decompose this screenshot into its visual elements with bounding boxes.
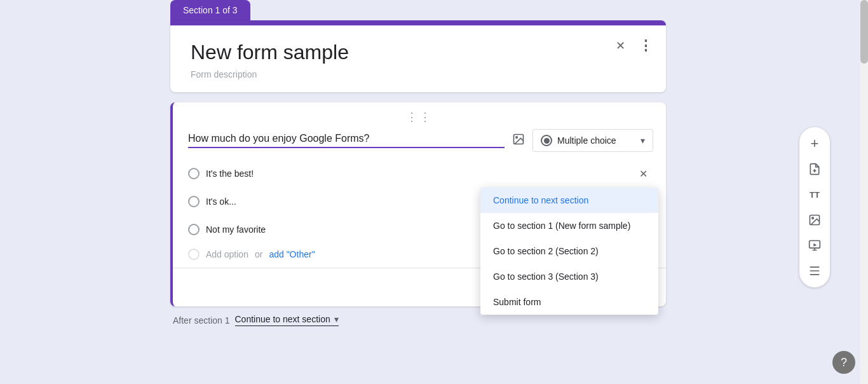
- add-option-label[interactable]: Add option: [206, 249, 248, 259]
- collapse-button[interactable]: ✕: [609, 34, 632, 57]
- option-close-1[interactable]: ✕: [633, 163, 653, 184]
- scrollbar-thumb[interactable]: [860, 0, 868, 64]
- more-options-button[interactable]: ⋮: [634, 34, 657, 57]
- scrollbar[interactable]: [860, 0, 868, 384]
- image-button[interactable]: [802, 207, 827, 233]
- after-section-dropdown-icon: ▾: [334, 314, 339, 324]
- form-header-card: ✕ ⋮ New form sample Form description: [170, 20, 666, 92]
- import-button[interactable]: [802, 156, 827, 182]
- dropdown-item-3[interactable]: Go to section 2 (Section 2): [480, 238, 658, 264]
- right-toolbar: + TT: [799, 127, 830, 287]
- svg-point-7: [812, 217, 814, 219]
- video-button[interactable]: [802, 233, 827, 258]
- add-image-button[interactable]: [512, 133, 525, 149]
- svg-marker-9: [813, 243, 817, 247]
- add-option-radio: [188, 249, 200, 260]
- drag-handle[interactable]: ⋮⋮: [173, 110, 666, 124]
- answer-type-dropdown-icon: ▾: [641, 135, 645, 146]
- dropdown-item-5[interactable]: Submit form: [480, 289, 658, 315]
- add-other-link[interactable]: add "Other": [269, 249, 315, 259]
- dropdown-item-2[interactable]: Go to section 1 (New form sample): [480, 213, 658, 238]
- dropdown-item-4[interactable]: Go to section 3 (Section 3): [480, 264, 658, 289]
- answer-type-label: Multiple choice: [557, 135, 635, 146]
- after-section-value: Continue to next section: [235, 314, 330, 324]
- after-section-dropdown[interactable]: Continue to next section ▾: [235, 314, 339, 326]
- svg-rect-12: [810, 274, 820, 275]
- svg-rect-10: [810, 266, 820, 268]
- option-radio-1: [188, 168, 200, 179]
- option-row: It's the best! ✕: [188, 160, 653, 188]
- after-section-label: After section 1: [173, 315, 230, 326]
- svg-point-1: [516, 136, 518, 138]
- question-input[interactable]: [188, 133, 505, 148]
- option-radio-3: [188, 224, 200, 235]
- answer-type-selector[interactable]: Multiple choice ▾: [532, 129, 653, 152]
- section-button[interactable]: [802, 258, 827, 284]
- add-option-or: or: [255, 249, 262, 259]
- option-radio-2: [188, 196, 200, 207]
- add-question-button[interactable]: +: [802, 131, 827, 156]
- help-button[interactable]: ?: [832, 351, 855, 374]
- svg-rect-11: [810, 270, 820, 271]
- section-tab-label: Section 1 of 3: [183, 5, 238, 15]
- dropdown-menu: Continue to next section Go to section 1…: [480, 188, 658, 315]
- question-row: Multiple choice ▾: [173, 129, 666, 160]
- form-title: New form sample: [191, 41, 646, 64]
- text-button[interactable]: TT: [802, 182, 827, 207]
- dropdown-item-1[interactable]: Continue to next section: [480, 188, 658, 213]
- header-actions: ✕ ⋮: [609, 34, 657, 57]
- section-tab[interactable]: Section 1 of 3: [170, 0, 250, 20]
- form-description: Form description: [191, 69, 646, 79]
- option-text-1[interactable]: It's the best!: [206, 168, 627, 179]
